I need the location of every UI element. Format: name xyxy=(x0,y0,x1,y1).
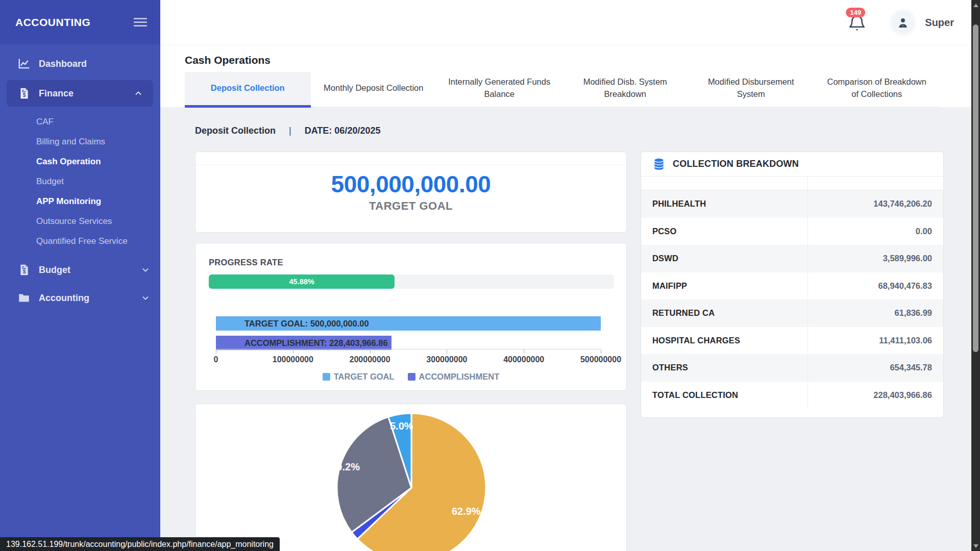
chevron-down-icon xyxy=(141,293,150,303)
table-row-returned-ca: RETURNED CA61,836.99 xyxy=(641,299,943,327)
topbar: 149 Super xyxy=(160,0,971,45)
svg-text:$: $ xyxy=(23,268,26,274)
sidebar-item-label: Finance xyxy=(39,88,74,99)
bar-label: ACCOMPLISHMENT: 228,403,966.86 xyxy=(244,338,388,348)
x-tick-label: 100000000 xyxy=(273,355,313,364)
sidebar-subitem-quantified-free-service[interactable]: Quantified Free Service xyxy=(0,231,160,251)
sidebar-item-label: Dashboard xyxy=(39,59,87,69)
username[interactable]: Super xyxy=(925,17,954,29)
sidebar-subitem-app-monitoring[interactable]: APP Monitoring xyxy=(0,191,160,211)
sidebar-item-label: Budget xyxy=(39,265,70,276)
breakdown-table-head xyxy=(641,177,943,190)
row-label: PCSO xyxy=(641,218,807,245)
x-tick-label: 0 xyxy=(214,355,218,364)
goal-bar-chart: TARGET GOAL: 500,000,000.00ACCOMPLISHMEN… xyxy=(216,316,601,352)
pie-slice-label: 5.0% xyxy=(390,420,413,432)
row-value: 143,746,206.20 xyxy=(807,190,943,218)
progress-rate-title: PROGRESS RATE xyxy=(209,258,613,267)
row-value: 3,589,996.00 xyxy=(807,245,943,272)
svg-text:$: $ xyxy=(23,92,26,98)
tab-bar: Deposit CollectionMonthly Deposit Collec… xyxy=(185,72,940,108)
target-goal-label: TARGET GOAL xyxy=(195,199,626,213)
scroll-up-arrow-icon xyxy=(973,4,978,7)
progress-bar-track: 45.88% xyxy=(209,274,614,289)
user-avatar[interactable] xyxy=(891,11,915,34)
legend-swatch xyxy=(323,373,330,381)
pie-slice-label: 62.9% xyxy=(452,506,481,517)
x-tick-label: 400000000 xyxy=(503,355,544,364)
scroll-up-button[interactable] xyxy=(971,0,980,10)
page-title: Cash Operations xyxy=(185,54,271,66)
x-tick-label: 300000000 xyxy=(426,355,467,364)
tab-modified-disbursement-system[interactable]: Modified Disbursement System xyxy=(688,72,814,107)
breadcrumb: Deposit Collection xyxy=(195,126,276,136)
sidebar-item-budget[interactable]: $ Budget xyxy=(0,257,160,283)
row-label: DSWD xyxy=(641,245,807,272)
target-card-header xyxy=(195,152,626,165)
file-invoice-dollar-icon: $ xyxy=(17,263,31,277)
sidebar-subitem-outsource-services[interactable]: Outsource Services xyxy=(0,211,160,231)
row-label: PHILHEALTH xyxy=(641,190,807,218)
hamburger-menu-icon[interactable] xyxy=(134,16,147,29)
page-head: Cash Operations Deposit CollectionMonthl… xyxy=(160,45,971,107)
row-value: 11,411,103.06 xyxy=(807,327,943,355)
sidebar-item-finance[interactable]: $ Finance xyxy=(7,80,153,107)
sidebar-item-accounting[interactable]: Accounting xyxy=(0,285,160,311)
tab-monthly-deposit-collection[interactable]: Monthly Deposit Collection xyxy=(311,72,437,107)
sidebar-subitem-cash-operation[interactable]: Cash Operation xyxy=(0,152,160,171)
chevron-down-icon xyxy=(141,265,150,274)
collection-breakdown-card: COLLECTION BREAKDOWN PHILHEALTH143,746,2… xyxy=(641,152,944,418)
breakdown-table: PHILHEALTH143,746,206.20PCSO0.00DSWD3,58… xyxy=(641,190,943,409)
sidebar: ACCOUNTING Dashboard $ Finance CAFBillin… xyxy=(0,0,160,551)
progress-rate-card: PROGRESS RATE 45.88% TARGET GOAL: 500,00… xyxy=(195,243,627,391)
bar-chart-legend: TARGET GOALACCOMPLISHMENT xyxy=(195,372,626,382)
row-value: 0.00 xyxy=(807,218,943,245)
row-label: MAIFIPP xyxy=(641,272,807,300)
tab-internally-generated-funds-balance[interactable]: Internally Generated Funds Balance xyxy=(436,72,562,107)
scroll-down-button[interactable] xyxy=(971,541,980,551)
tab-modified-disb-system-breakdown[interactable]: Modified Disb. System Breakdown xyxy=(562,72,689,107)
scrollbar-thumb[interactable] xyxy=(973,24,978,352)
chart-line-icon xyxy=(17,57,31,70)
row-value: 68,940,476.83 xyxy=(807,272,943,300)
pie-slice-label: 30.2% xyxy=(331,461,360,472)
content-area: Deposit Collection | DATE: 06/20/2025 50… xyxy=(160,107,971,551)
table-row-dswd: DSWD3,589,996.00 xyxy=(641,245,943,272)
sidebar-subitem-billing-and-claims[interactable]: Billing and Claims xyxy=(0,132,160,152)
table-row-maifipp: MAIFIPP68,940,476.83 xyxy=(641,272,943,300)
bar-accomplishment: ACCOMPLISHMENT: 228,403,966.86 xyxy=(216,336,391,350)
tab-comparison-of-breakdown-of-collections[interactable]: Comparison of Breakdown of Collections xyxy=(814,72,940,107)
coins-icon xyxy=(652,158,666,171)
target-goal-card: 500,000,000.00 TARGET GOAL xyxy=(195,152,627,233)
row-label: TOTAL COLLECTION xyxy=(641,382,807,409)
folder-icon xyxy=(17,291,31,305)
collection-breakdown-header: COLLECTION BREAKDOWN xyxy=(641,152,943,177)
collection-breakdown-title: COLLECTION BREAKDOWN xyxy=(673,159,799,169)
tab-deposit-collection[interactable]: Deposit Collection xyxy=(185,72,311,107)
legend-item-target-goal: TARGET GOAL xyxy=(323,372,395,382)
bar-target-goal: TARGET GOAL: 500,000,000.00 xyxy=(216,316,601,331)
table-row-total-collection: TOTAL COLLECTION228,403,966.86 xyxy=(641,382,943,409)
breadcrumb-separator: | xyxy=(289,126,291,136)
notification-count-badge: 149 xyxy=(846,8,865,17)
vertical-scrollbar[interactable] xyxy=(971,0,980,551)
notifications-button[interactable]: 149 xyxy=(847,12,867,33)
legend-swatch xyxy=(408,373,415,381)
status-bar-url: 139.162.51.199/trunk/accounting/public/i… xyxy=(0,537,280,551)
table-row-hospital-charges: HOSPITAL CHARGES11,411,103.06 xyxy=(641,327,943,355)
table-row-philhealth: PHILHEALTH143,746,206.20 xyxy=(641,190,943,218)
person-icon xyxy=(896,15,910,30)
scroll-down-arrow-icon xyxy=(973,544,978,548)
row-label: HOSPITAL CHARGES xyxy=(641,327,807,355)
collection-pie-chart: 62.9%30.2%5.0% xyxy=(195,404,626,551)
date-label: DATE: 06/20/2025 xyxy=(305,126,381,136)
sidebar-header: ACCOUNTING xyxy=(0,0,160,44)
sidebar-subitem-caf[interactable]: CAF xyxy=(0,112,160,132)
row-label: OTHERS xyxy=(641,354,807,382)
target-goal-amount: 500,000,000.00 xyxy=(195,170,626,198)
file-invoice-dollar-icon: $ xyxy=(17,87,31,100)
progress-percent: 45.88% xyxy=(289,278,314,286)
row-label: RETURNED CA xyxy=(641,299,807,327)
sidebar-subitem-budget[interactable]: Budget xyxy=(0,171,160,191)
sidebar-item-dashboard[interactable]: Dashboard xyxy=(0,52,160,76)
